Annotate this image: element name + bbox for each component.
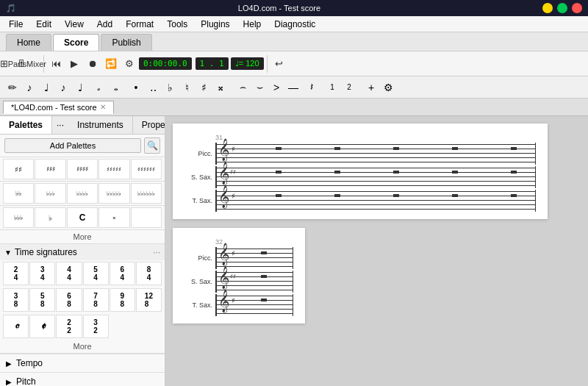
transport-group: ⏮ ▶ ⏺ 🔁 ⚙ 0:00:00.0 1 . 1 ♩= 120 — [47, 55, 268, 73]
key-sig-cell-8[interactable]: ♭♭♭♭ — [67, 183, 98, 204]
note-quarter-dot-btn[interactable]: ♩ — [38, 79, 54, 96]
panel-tab-dots[interactable]: ··· — [52, 116, 68, 134]
score-tab-close[interactable]: ✕ — [100, 103, 106, 111]
flat-btn[interactable]: ♭ — [162, 79, 178, 96]
key-sig-cell-7[interactable]: ♭♭♭ — [35, 183, 65, 204]
time-sig-38[interactable]: 38 — [3, 288, 29, 312]
time-sig-84[interactable]: 84 — [136, 262, 162, 285]
note-dotted-btn[interactable]: • — [128, 79, 144, 96]
tab-publish[interactable]: Publish — [101, 34, 151, 51]
time-sig-44[interactable]: 44 — [56, 262, 82, 285]
menu-add[interactable]: Add — [91, 18, 118, 31]
add-palettes-button[interactable]: Add Palettes — [4, 138, 141, 153]
play-button[interactable]: ▶ — [65, 55, 83, 73]
key-sig-cell-6[interactable]: ♭♭ — [3, 183, 34, 204]
rest-btn[interactable]: 𝄽 — [302, 79, 318, 96]
menu-help[interactable]: Help — [237, 18, 268, 31]
add-btn[interactable]: + — [363, 79, 379, 96]
staff-lines-tsax-1: 𝄞 ♯ — [215, 190, 536, 212]
undo-button[interactable]: ↩ — [270, 55, 288, 73]
time-sig-98[interactable]: 98 — [110, 288, 135, 312]
time-sig-more-button[interactable]: More — [0, 340, 165, 354]
pitch-header[interactable]: ▶ Pitch — [0, 373, 165, 386]
menu-view[interactable]: View — [59, 18, 90, 31]
time-sig-32[interactable]: 32 — [83, 315, 109, 338]
time-sig-34[interactable]: 34 — [29, 262, 55, 285]
tab-score[interactable]: Score — [53, 34, 99, 51]
tempo-header[interactable]: ▶ Tempo — [0, 354, 165, 372]
time-sig-common[interactable]: 𝄴 — [3, 315, 29, 338]
key-sig-cell-4[interactable]: ♯♯♯♯♯ — [98, 159, 129, 179]
mixer-button[interactable]: 🎚 Mixer — [23, 55, 40, 73]
time-sig-24[interactable]: 24 — [3, 262, 29, 285]
time-sig-menu[interactable]: ··· — [153, 247, 160, 257]
note-dotdot-btn[interactable]: ‥ — [145, 79, 161, 96]
rewind-button[interactable]: ⏮ — [47, 55, 65, 73]
key-sig-cell-1[interactable]: ♯♯ — [3, 159, 34, 179]
panel-tab-properties[interactable]: Properties — [133, 116, 165, 134]
time-sig-128[interactable]: 128 — [136, 288, 162, 312]
menu-file[interactable]: File — [3, 18, 29, 31]
voice1-btn[interactable]: 1 — [324, 79, 340, 96]
settings-button[interactable]: ⚙ — [121, 55, 138, 73]
staff-label-tsax-1: T. Sax. — [184, 197, 215, 204]
mixer-label: Mixer — [26, 60, 46, 68]
key-sig-cell-9[interactable]: ♭♭♭♭♭ — [98, 183, 129, 204]
slur-btn[interactable]: ⌣ — [251, 79, 268, 96]
score-tab-main[interactable]: *LO4D.com - Test score ✕ — [3, 101, 114, 114]
toolbar-settings-btn[interactable]: ⚙ — [380, 79, 396, 96]
time-sig-54[interactable]: 54 — [83, 262, 109, 285]
close-button[interactable] — [572, 3, 582, 13]
note-half-btn[interactable]: 𝅗 — [89, 79, 105, 96]
edit-mode-btn[interactable]: ✏ — [4, 79, 21, 96]
menu-tools[interactable]: Tools — [161, 18, 193, 31]
window-controls — [542, 3, 582, 13]
key-sig-cell-13[interactable]: C — [67, 207, 98, 228]
parts-mixer-group: ⊞ Parts 🎚 Mixer — [4, 55, 44, 73]
note-quarter-btn[interactable]: ♩ — [72, 79, 88, 96]
note-whole-btn[interactable]: 𝅝 — [106, 79, 122, 96]
maximize-button[interactable] — [557, 3, 567, 13]
time-sig-64[interactable]: 64 — [110, 262, 135, 285]
key-sig-cell-2[interactable]: ♯♯♯ — [35, 159, 65, 179]
search-palettes-button[interactable]: 🔍 — [144, 137, 160, 154]
staff-label-picc-2: Picc. — [184, 254, 215, 262]
key-sig-cell-11[interactable]: ♭♭♭ — [3, 207, 34, 228]
time-sig-58[interactable]: 58 — [29, 288, 55, 312]
accent-btn[interactable]: > — [268, 79, 284, 96]
key-sig-cell-5[interactable]: ♯♯♯♯♯♯ — [131, 159, 162, 179]
loop-button[interactable]: 🔁 — [102, 55, 120, 73]
natural-btn[interactable]: ♮ — [179, 79, 195, 96]
voice2-btn[interactable]: 2 — [341, 79, 357, 96]
time-sig-78[interactable]: 78 — [83, 288, 109, 312]
record-button[interactable]: ⏺ — [84, 55, 101, 73]
staff-label-ssax-2: S. Sax. — [184, 278, 215, 285]
key-sig-cell-10[interactable]: ♭♭♭♭♭♭ — [131, 183, 162, 204]
menu-format[interactable]: Format — [120, 18, 159, 31]
tenuto-btn[interactable]: — — [285, 79, 301, 96]
note-eighth2-btn[interactable]: ♪ — [55, 79, 71, 96]
time-sig-header[interactable]: ▼ Time signatures ··· — [0, 244, 165, 260]
dblsharp-btn[interactable]: 𝄪 — [212, 79, 229, 96]
key-sig-cell-3[interactable]: ♯♯♯♯ — [67, 159, 98, 179]
tab-home[interactable]: Home — [6, 34, 51, 51]
tempo-display: ♩= 120 — [231, 57, 264, 70]
pitch-label: Pitch — [16, 376, 36, 386]
panel-tab-palettes[interactable]: Palettes — [0, 116, 52, 134]
panel-tab-instruments[interactable]: Instruments — [68, 116, 133, 134]
time-sig-22[interactable]: 22 — [56, 315, 82, 338]
tie-btn[interactable]: ⌢ — [234, 79, 251, 96]
key-sig-cell-12[interactable]: ♭ — [35, 207, 65, 228]
note-eighth-btn[interactable]: ♪ — [21, 79, 37, 96]
staff-row-ssax-2: S. Sax. 𝄞 ♯♯ — [184, 271, 293, 293]
minimize-button[interactable] — [542, 3, 553, 13]
time-sig-cut[interactable]: 𝄵 — [29, 315, 55, 338]
key-sig-more-button[interactable]: More — [0, 230, 165, 244]
time-sig-68[interactable]: 68 — [56, 288, 82, 312]
menu-diagnostic[interactable]: Diagnostic — [268, 18, 321, 31]
sharp-btn[interactable]: ♯ — [196, 79, 212, 96]
key-sig-cell-15[interactable] — [131, 207, 162, 228]
menu-edit[interactable]: Edit — [30, 18, 57, 31]
key-sig-cell-14[interactable]: × — [98, 207, 129, 228]
menu-plugins[interactable]: Plugins — [195, 18, 235, 31]
